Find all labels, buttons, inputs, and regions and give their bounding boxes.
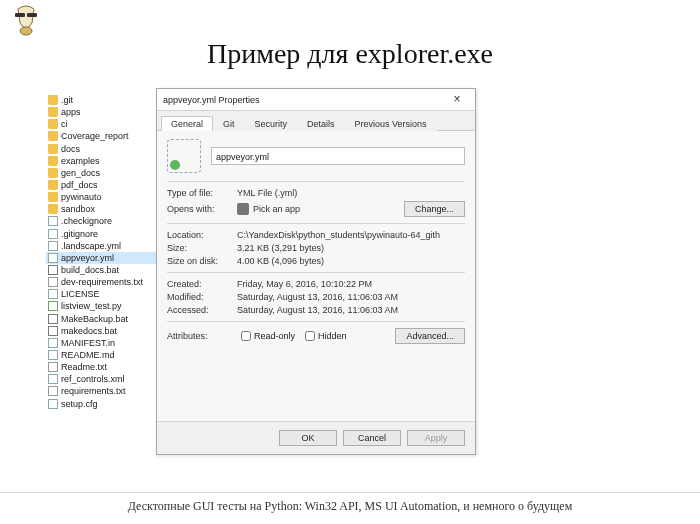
- filename-field[interactable]: appveyor.yml: [211, 147, 465, 165]
- created-value: Friday, May 6, 2016, 10:10:22 PM: [237, 279, 465, 289]
- file-item[interactable]: build_docs.bat: [46, 264, 156, 276]
- file-icon: [48, 350, 58, 360]
- file-item-label: docs: [61, 143, 80, 155]
- type-of-file-value: YML File (.yml): [237, 188, 404, 198]
- file-item-label: README.md: [61, 349, 115, 361]
- file-item-label: Readme.txt: [61, 361, 107, 373]
- file-icon: [48, 229, 58, 239]
- file-item[interactable]: requirements.txt: [46, 385, 156, 397]
- file-item[interactable]: dev-requirements.txt: [46, 276, 156, 288]
- file-item[interactable]: .gitignore: [46, 228, 156, 240]
- readonly-checkbox-input[interactable]: [241, 331, 251, 341]
- apply-button[interactable]: Apply: [407, 430, 465, 446]
- file-item[interactable]: pywinauto: [46, 191, 156, 203]
- file-item[interactable]: .git: [46, 94, 156, 106]
- svg-point-0: [20, 27, 32, 35]
- file-item[interactable]: gen_docs: [46, 167, 156, 179]
- file-item-label: examples: [61, 155, 100, 167]
- file-icon: [48, 338, 58, 348]
- file-item[interactable]: setup.cfg: [46, 398, 156, 410]
- file-item-label: .gitignore: [61, 228, 98, 240]
- app-icon: [237, 203, 249, 215]
- tab-git[interactable]: Git: [213, 116, 245, 131]
- hidden-checkbox-label: Hidden: [318, 331, 347, 341]
- size-on-disk-label: Size on disk:: [167, 256, 237, 266]
- file-item-label: MANIFEST.in: [61, 337, 115, 349]
- file-item[interactable]: LICENSE: [46, 288, 156, 300]
- file-item[interactable]: MakeBackup.bat: [46, 313, 156, 325]
- file-item[interactable]: docs: [46, 143, 156, 155]
- file-item[interactable]: sandbox: [46, 203, 156, 215]
- advanced-button[interactable]: Advanced...: [395, 328, 465, 344]
- change-button[interactable]: Change...: [404, 201, 465, 217]
- file-item-label: .checkignore: [61, 215, 112, 227]
- file-item[interactable]: MANIFEST.in: [46, 337, 156, 349]
- file-item[interactable]: .checkignore: [46, 215, 156, 227]
- file-item[interactable]: ci: [46, 118, 156, 130]
- close-icon[interactable]: ×: [443, 91, 471, 109]
- properties-dialog: appveyor.yml Properties × GeneralGitSecu…: [156, 88, 476, 455]
- file-item[interactable]: .landscape.yml: [46, 240, 156, 252]
- file-item[interactable]: makedocs.bat: [46, 325, 156, 337]
- file-item-label: sandbox: [61, 203, 95, 215]
- svg-rect-1: [15, 13, 25, 17]
- file-item-label: pdf_docs: [61, 179, 98, 191]
- file-item-label: .landscape.yml: [61, 240, 121, 252]
- txt-icon: [48, 362, 58, 372]
- py-icon: [48, 301, 58, 311]
- file-icon: [48, 216, 58, 226]
- file-item-label: ci: [61, 118, 68, 130]
- file-item-label: ref_controls.xml: [61, 373, 125, 385]
- type-of-file-label: Type of file:: [167, 188, 237, 198]
- folder-icon: [48, 192, 58, 202]
- tab-previous-versions[interactable]: Previous Versions: [345, 116, 437, 131]
- dialog-tabs: GeneralGitSecurityDetailsPrevious Versio…: [157, 111, 475, 131]
- modified-value: Saturday, August 13, 2016, 11:06:03 AM: [237, 292, 465, 302]
- file-item-label: MakeBackup.bat: [61, 313, 128, 325]
- file-item-label: gen_docs: [61, 167, 100, 179]
- file-item[interactable]: examples: [46, 155, 156, 167]
- cancel-button[interactable]: Cancel: [343, 430, 401, 446]
- file-item-label: apps: [61, 106, 81, 118]
- hidden-checkbox[interactable]: Hidden: [305, 331, 347, 341]
- file-type-icon: [167, 139, 201, 173]
- created-label: Created:: [167, 279, 237, 289]
- tab-details[interactable]: Details: [297, 116, 345, 131]
- file-item[interactable]: README.md: [46, 349, 156, 361]
- tab-security[interactable]: Security: [245, 116, 298, 131]
- file-item[interactable]: Coverage_report: [46, 130, 156, 142]
- file-item[interactable]: pdf_docs: [46, 179, 156, 191]
- file-icon: [48, 253, 58, 263]
- folder-icon: [48, 119, 58, 129]
- file-item-label: setup.cfg: [61, 398, 98, 410]
- readonly-checkbox-label: Read-only: [254, 331, 295, 341]
- file-icon: [48, 241, 58, 251]
- file-item[interactable]: ref_controls.xml: [46, 373, 156, 385]
- file-item[interactable]: apps: [46, 106, 156, 118]
- general-tab-panel: appveyor.yml Type of file: YML File (.ym…: [157, 131, 475, 421]
- folder-icon: [48, 144, 58, 154]
- file-item-label: LICENSE: [61, 288, 100, 300]
- file-item-label: dev-requirements.txt: [61, 276, 143, 288]
- folder-icon: [48, 168, 58, 178]
- folder-icon: [48, 131, 58, 141]
- file-item-label: listview_test.py: [61, 300, 122, 312]
- hidden-checkbox-input[interactable]: [305, 331, 315, 341]
- file-item[interactable]: listview_test.py: [46, 300, 156, 312]
- file-item[interactable]: appveyor.yml: [46, 252, 156, 264]
- bat-icon: [48, 314, 58, 324]
- readonly-checkbox[interactable]: Read-only: [241, 331, 295, 341]
- location-label: Location:: [167, 230, 237, 240]
- presentation-logo: [10, 5, 42, 37]
- dialog-title: appveyor.yml Properties: [163, 95, 443, 105]
- ok-button[interactable]: OK: [279, 430, 337, 446]
- txt-icon: [48, 386, 58, 396]
- bat-icon: [48, 326, 58, 336]
- file-item-label: requirements.txt: [61, 385, 126, 397]
- bat-icon: [48, 265, 58, 275]
- txt-icon: [48, 277, 58, 287]
- dialog-titlebar[interactable]: appveyor.yml Properties ×: [157, 89, 475, 111]
- file-item[interactable]: Readme.txt: [46, 361, 156, 373]
- tab-general[interactable]: General: [161, 116, 213, 131]
- opens-with-label: Opens with:: [167, 204, 237, 214]
